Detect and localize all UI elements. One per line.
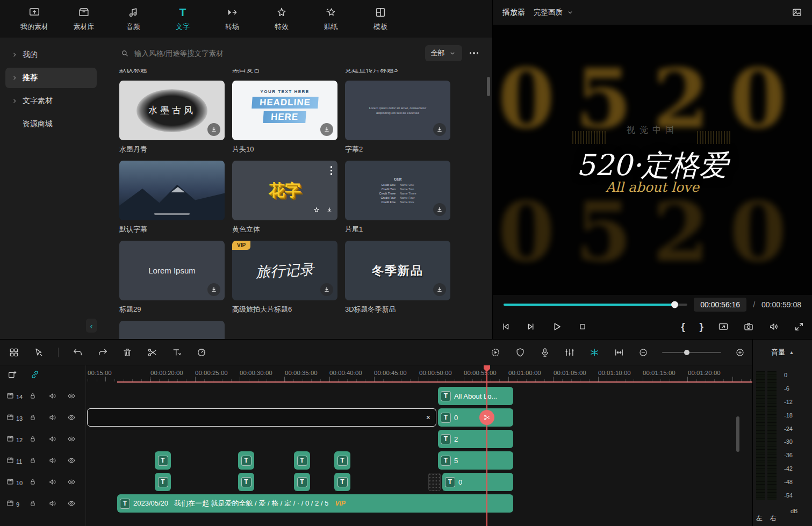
text-clip[interactable]: T: [155, 451, 171, 470]
link-clips-button[interactable]: [30, 370, 40, 379]
zoom-slider[interactable]: [662, 352, 721, 353]
selected-empty-clip[interactable]: ×: [87, 408, 436, 427]
fit-timeline-button[interactable]: [614, 347, 624, 358]
nav-tab-audio[interactable]: 音频: [109, 6, 158, 32]
select-tool-button[interactable]: [33, 347, 44, 358]
mark-in-button[interactable]: {: [681, 321, 685, 333]
zoom-slider-knob[interactable]: [684, 350, 689, 355]
nav-tab-text[interactable]: T 文字: [158, 6, 207, 32]
mark-out-button[interactable]: }: [700, 321, 703, 333]
timeline-vertical-scrollbar[interactable]: [736, 416, 739, 452]
template-thumbnail[interactable]: YOUR TEXT HERE HEADLINE HERE: [232, 81, 337, 140]
stop-button[interactable]: [577, 321, 588, 332]
audio-adjust-button[interactable]: [196, 347, 207, 358]
seek-bar[interactable]: [504, 304, 687, 306]
template-thumbnail[interactable]: Lorem Ipsum: [119, 241, 225, 300]
smart-tools-button[interactable]: [589, 347, 600, 358]
nav-tab-transition[interactable]: 转场: [207, 6, 257, 32]
text-clip[interactable]: T 0: [438, 408, 513, 427]
kebab-menu-icon[interactable]: [328, 164, 335, 177]
favorite-icon[interactable]: [313, 206, 320, 216]
text-clip[interactable]: T: [294, 473, 310, 491]
template-thumbnail[interactable]: 水墨古风: [119, 81, 225, 140]
seek-knob[interactable]: [671, 301, 678, 308]
eye-icon[interactable]: [67, 435, 86, 443]
zoom-out-button[interactable]: [638, 348, 648, 357]
cut-scissors-button[interactable]: [479, 410, 494, 425]
close-icon[interactable]: ×: [426, 414, 430, 421]
download-icon[interactable]: [320, 283, 333, 296]
text-clip[interactable]: T: [334, 451, 350, 470]
eye-icon[interactable]: [67, 392, 86, 400]
text-clip[interactable]: T: [334, 473, 350, 491]
fullscreen-button[interactable]: [794, 321, 804, 332]
volume-button[interactable]: [768, 321, 779, 332]
text-clip[interactable]: T 2023/05/20 我们在一起 就是爱的全貌 / 爱 / 格 / 定 / …: [117, 494, 513, 513]
volume-meter-toggle[interactable]: 音量 ▲: [753, 340, 812, 365]
display-settings-button[interactable]: [792, 7, 802, 18]
eye-icon[interactable]: [67, 413, 86, 422]
download-icon[interactable]: [433, 203, 446, 216]
mute-icon[interactable]: [48, 413, 67, 422]
text-clip[interactable]: T 0: [442, 473, 513, 491]
text-clip[interactable]: T: [155, 473, 171, 491]
mute-icon[interactable]: [48, 499, 67, 508]
mute-icon[interactable]: [48, 478, 67, 486]
eye-icon[interactable]: [67, 478, 86, 486]
redo-button[interactable]: [97, 347, 108, 358]
previous-frame-button[interactable]: [500, 321, 511, 332]
snapshot-button[interactable]: [743, 321, 754, 332]
download-icon[interactable]: [207, 123, 220, 136]
next-frame-button[interactable]: [526, 321, 536, 332]
lock-icon[interactable]: [29, 478, 48, 486]
nav-tab-templates[interactable]: 模板: [356, 6, 405, 32]
template-thumbnail[interactable]: VIP 旅行记录: [232, 241, 337, 300]
eye-icon[interactable]: [67, 456, 86, 465]
sidebar-item-text-assets[interactable]: 文字素材: [5, 91, 97, 111]
download-icon[interactable]: [433, 123, 446, 136]
template-thumbnail[interactable]: [119, 321, 225, 339]
template-thumbnail[interactable]: Lorem ipsum dolor sit amet, consectetur …: [345, 81, 450, 140]
more-options-button[interactable]: [468, 49, 481, 57]
mute-icon[interactable]: [48, 392, 67, 400]
split-button[interactable]: [147, 347, 157, 358]
lock-icon[interactable]: [29, 457, 48, 464]
sidebar-item-mine[interactable]: 我的: [5, 45, 97, 65]
image-clip[interactable]: [428, 473, 441, 491]
nav-tab-effects[interactable]: 特效: [257, 6, 306, 32]
template-thumbnail[interactable]: [119, 161, 225, 220]
lock-icon[interactable]: [29, 500, 48, 507]
voiceover-button[interactable]: [540, 347, 550, 358]
download-icon[interactable]: [207, 283, 220, 296]
template-thumbnail[interactable]: 冬季新品: [345, 241, 450, 300]
mute-icon[interactable]: [48, 435, 67, 443]
copyright-check-button[interactable]: [515, 347, 526, 358]
lock-icon[interactable]: [29, 392, 48, 400]
add-text-button[interactable]: [171, 347, 182, 358]
eye-icon[interactable]: [67, 499, 86, 508]
nav-tab-library[interactable]: 素材库: [59, 6, 109, 32]
sidebar-item-recommended[interactable]: 推荐: [5, 68, 97, 88]
sidebar-collapse-button[interactable]: ‹: [86, 319, 97, 333]
template-thumbnail[interactable]: Cast Credit OneName One Credit TwoName T…: [345, 161, 450, 220]
text-clip[interactable]: T 2: [438, 430, 513, 448]
mirror-display-button[interactable]: [718, 321, 729, 332]
sidebar-item-store[interactable]: 资源商城: [5, 114, 97, 134]
video-preview[interactable]: 0520 0520 视觉中国 520·定格爱 All about love: [493, 25, 812, 295]
nav-tab-my-media[interactable]: 我的素材: [10, 6, 59, 32]
mute-icon[interactable]: [48, 456, 67, 465]
text-clip[interactable]: T: [238, 451, 254, 470]
vertical-scrollbar[interactable]: [487, 77, 490, 96]
text-clip[interactable]: T 5: [438, 451, 513, 470]
play-button[interactable]: [551, 321, 563, 333]
lock-icon[interactable]: [29, 414, 48, 421]
time-ruler[interactable]: 00:15:00 00:00:20:00 00:00:25:00 00:00:3…: [86, 365, 752, 383]
quality-dropdown[interactable]: 完整画质: [534, 8, 574, 17]
zoom-in-button[interactable]: [735, 348, 745, 357]
download-icon[interactable]: [433, 283, 446, 296]
layout-button[interactable]: [9, 347, 19, 358]
text-clip[interactable]: T: [238, 473, 254, 491]
render-preview-button[interactable]: [490, 347, 501, 358]
text-clip[interactable]: T: [294, 451, 310, 470]
audio-mixer-button[interactable]: [564, 347, 575, 358]
